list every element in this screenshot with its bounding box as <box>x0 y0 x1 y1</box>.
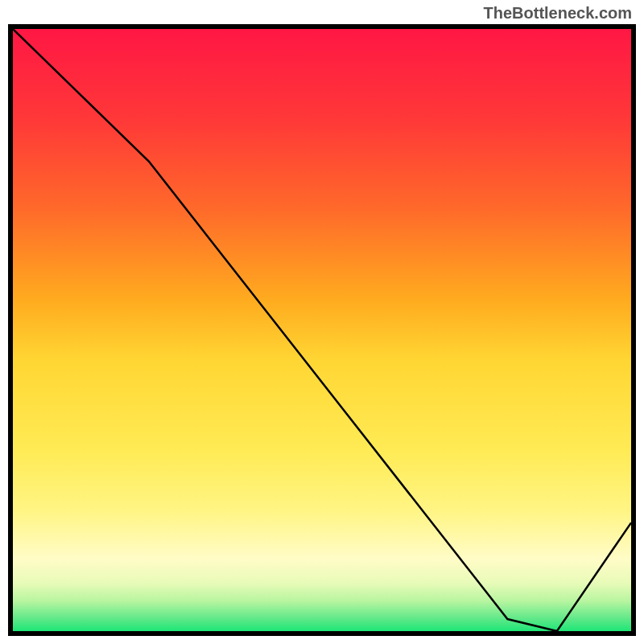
watermark-text: TheBottleneck.com <box>484 4 632 23</box>
plot-area <box>8 24 636 636</box>
chart-container: TheBottleneck.com <box>0 0 644 644</box>
chart-svg <box>13 29 631 631</box>
